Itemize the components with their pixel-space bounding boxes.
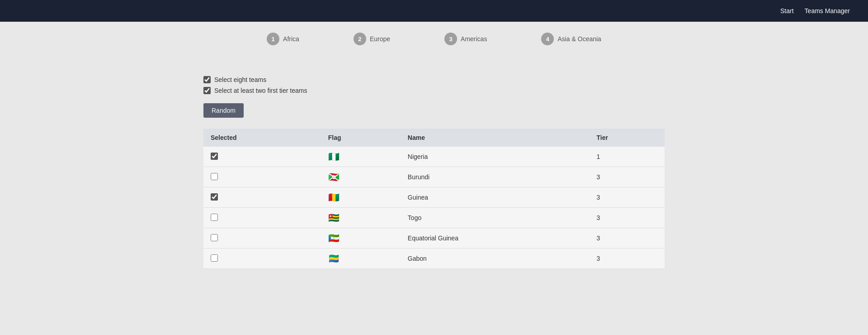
nav-start[interactable]: Start	[780, 7, 794, 14]
flag-icon: 🇬🇳	[328, 192, 340, 202]
step-circle-2: 2	[354, 33, 366, 45]
step-circle-4: 4	[541, 33, 554, 45]
main-content: Select eight teams Select at least two f…	[185, 53, 683, 280]
step-europe: 2 Europe	[326, 33, 417, 45]
random-button[interactable]: Random	[203, 103, 244, 118]
table-row: 🇧🇮Burundi3	[203, 167, 665, 187]
cell-name: Gabon	[401, 249, 590, 269]
table-row: 🇬🇶Equatorial Guinea3	[203, 228, 665, 249]
check-eight-teams[interactable]	[203, 76, 211, 83]
cell-flag: 🇳🇬	[321, 147, 401, 167]
nav-teams-manager[interactable]: Teams Manager	[805, 7, 850, 14]
col-flag: Flag	[321, 129, 401, 147]
step-americas: 3 Americas	[417, 33, 514, 45]
flag-icon: 🇳🇬	[328, 152, 340, 162]
table-header: SelectedFlagNameTier	[203, 129, 665, 147]
cell-tier: 3	[589, 228, 665, 249]
cell-name: Guinea	[401, 187, 590, 208]
row-checkbox[interactable]	[211, 214, 218, 221]
cell-selected	[203, 187, 321, 208]
header: Start Teams Manager	[0, 0, 868, 22]
step-label-3: Americas	[461, 35, 487, 43]
table-row: 🇳🇬Nigeria1	[203, 147, 665, 167]
cell-tier: 3	[589, 208, 665, 228]
step-label-4: Asia & Oceania	[557, 35, 601, 43]
teams-table: SelectedFlagNameTier 🇳🇬Nigeria1🇧🇮Burundi…	[203, 129, 665, 269]
cell-flag: 🇬🇦	[321, 249, 401, 269]
step-asia-oceania: 4 Asia & Oceania	[514, 33, 628, 45]
table-row: 🇬🇦Gabon3	[203, 249, 665, 269]
cell-name: Burundi	[401, 167, 590, 187]
stepper: 1 Africa 2 Europe 3 Americas 4 Asia & Oc…	[0, 22, 868, 53]
check-first-tier[interactable]	[203, 87, 211, 94]
cell-tier: 3	[589, 187, 665, 208]
cell-tier: 3	[589, 249, 665, 269]
cell-flag: 🇹🇬	[321, 208, 401, 228]
flag-icon: 🇬🇦	[328, 254, 340, 263]
row-checkbox[interactable]	[211, 254, 218, 262]
cell-flag: 🇧🇮	[321, 167, 401, 187]
cell-selected	[203, 208, 321, 228]
row-checkbox[interactable]	[211, 173, 218, 180]
cell-tier: 3	[589, 167, 665, 187]
checklist: Select eight teams Select at least two f…	[203, 76, 665, 94]
cell-selected	[203, 147, 321, 167]
cell-name: Togo	[401, 208, 590, 228]
table-body: 🇳🇬Nigeria1🇧🇮Burundi3🇬🇳Guinea3🇹🇬Togo3🇬🇶Eq…	[203, 147, 665, 269]
cell-name: Nigeria	[401, 147, 590, 167]
check-item: Select eight teams	[203, 76, 665, 83]
cell-selected	[203, 228, 321, 249]
cell-selected	[203, 249, 321, 269]
col-selected: Selected	[203, 129, 321, 147]
step-label-1: Africa	[283, 35, 299, 43]
step-circle-1: 1	[267, 33, 279, 45]
row-checkbox[interactable]	[211, 153, 218, 160]
flag-icon: 🇧🇮	[328, 172, 340, 182]
cell-flag: 🇬🇶	[321, 228, 401, 249]
cell-selected	[203, 167, 321, 187]
row-checkbox[interactable]	[211, 193, 218, 201]
step-circle-3: 3	[444, 33, 457, 45]
cell-name: Equatorial Guinea	[401, 228, 590, 249]
cell-flag: 🇬🇳	[321, 187, 401, 208]
col-name: Name	[401, 129, 590, 147]
step-label-2: Europe	[370, 35, 390, 43]
check-item: Select at least two first tier teams	[203, 87, 665, 94]
col-tier: Tier	[589, 129, 665, 147]
step-africa: 1 Africa	[240, 33, 326, 45]
header-nav: Start Teams Manager	[780, 7, 850, 14]
row-checkbox[interactable]	[211, 234, 218, 241]
flag-icon: 🇹🇬	[328, 213, 340, 223]
check-first-tier-label: Select at least two first tier teams	[214, 87, 307, 94]
table-row: 🇬🇳Guinea3	[203, 187, 665, 208]
check-eight-teams-label: Select eight teams	[214, 76, 266, 83]
table-row: 🇹🇬Togo3	[203, 208, 665, 228]
flag-icon: 🇬🇶	[328, 233, 340, 243]
cell-tier: 1	[589, 147, 665, 167]
